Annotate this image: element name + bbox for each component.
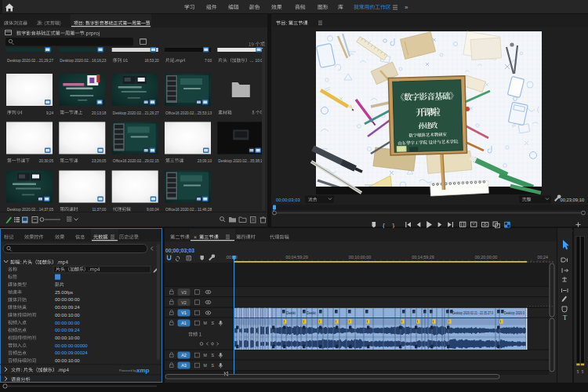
svg-text:23;09;10: 23;09;10 bbox=[198, 159, 212, 163]
svg-text:×: × bbox=[194, 234, 197, 240]
svg-text:Desktop 2020.0: Desktop 2020.0 bbox=[504, 311, 524, 315]
svg-text:A1: A1 bbox=[181, 321, 187, 325]
svg-text:00:00:00:00: 00:00:00:00 bbox=[55, 321, 80, 325]
svg-text:00;04;59;29: 00;04;59;29 bbox=[285, 255, 307, 260]
svg-text:00:00:09:24: 00:00:09:24 bbox=[55, 305, 80, 310]
svg-text:21;29;27: 21;29;27 bbox=[144, 111, 159, 115]
svg-text:00;23;09;10: 00;23;09;10 bbox=[561, 198, 585, 202]
svg-text:00;00;03;03: 00;00;03;03 bbox=[276, 198, 300, 202]
svg-text:00:00:09:00024: 00:00:09:00024 bbox=[55, 350, 88, 355]
svg-text:Desktop 2020.02...: Desktop 2020.02... bbox=[7, 59, 38, 63]
svg-text:T: T bbox=[563, 314, 568, 321]
svg-text:Desktop 2020.02.21 - 22.35.27.: Desktop 2020.02.21 - 22.35.27.0 bbox=[452, 311, 493, 315]
svg-text:00;14;59;29: 00;14;59;29 bbox=[412, 255, 434, 260]
svg-text:11;46;28: 11;46;28 bbox=[198, 208, 212, 212]
svg-text:00:00:09:24: 00:00:09:24 bbox=[55, 328, 80, 332]
svg-text:xmp: xmp bbox=[136, 367, 150, 374]
svg-text:29;02;15: 29;02;15 bbox=[144, 159, 159, 163]
svg-text:00:00:00:00: 00:00:00:00 bbox=[55, 297, 80, 302]
svg-text:00;00;03;03: 00;00;03;03 bbox=[165, 248, 194, 254]
svg-text:A3: A3 bbox=[181, 363, 187, 368]
svg-text:S: S bbox=[212, 363, 215, 368]
svg-text:Deskt: Deskt bbox=[286, 311, 296, 315]
svg-text:S: S bbox=[212, 321, 215, 325]
svg-text:11;37;00: 11;37;00 bbox=[92, 208, 106, 212]
svg-text:{: { bbox=[383, 222, 385, 229]
svg-text:M: M bbox=[204, 321, 207, 325]
svg-text:9;00;04: 9;00;04 bbox=[147, 208, 159, 212]
svg-text:M: M bbox=[204, 363, 207, 368]
svg-text:Office16 2020.02...: Office16 2020.02... bbox=[165, 208, 197, 212]
svg-text:Desktop 2020.02...: Desktop 2020.02... bbox=[218, 159, 249, 163]
svg-text:Desktop 2020.02...: Desktop 2020.02... bbox=[7, 208, 38, 212]
svg-text:00;10;00;00: 00;10;00;00 bbox=[349, 255, 371, 260]
svg-text:}: } bbox=[393, 222, 395, 229]
svg-text:5: 5 bbox=[577, 370, 579, 374]
svg-text:V1: V1 bbox=[181, 310, 187, 315]
svg-text:16;16;23: 16;16;23 bbox=[92, 59, 107, 63]
svg-text:Deskt: Deskt bbox=[307, 311, 316, 315]
svg-text:00:00:10:00: 00:00:10:00 bbox=[55, 313, 80, 318]
svg-text:7:00: 7:00 bbox=[205, 59, 212, 63]
svg-text:00:00:10:00: 00:00:10:00 bbox=[55, 358, 80, 363]
svg-text:V3: V3 bbox=[181, 290, 187, 295]
svg-text:»: » bbox=[405, 4, 408, 11]
svg-text:S: S bbox=[212, 353, 215, 358]
svg-text:V2: V2 bbox=[181, 300, 187, 305]
svg-text:16;53;20: 16;53;20 bbox=[144, 59, 159, 63]
svg-text:00;20;00;00: 00;20;00;00 bbox=[475, 255, 497, 260]
svg-text:00;24: 00;24 bbox=[538, 255, 549, 260]
svg-text:A2: A2 bbox=[181, 353, 187, 358]
svg-text:23;26;05: 23;26;05 bbox=[92, 159, 107, 163]
svg-text:Powered by: Powered by bbox=[119, 368, 137, 372]
svg-text:25.00fps: 25.00fps bbox=[55, 290, 73, 295]
svg-text:Office16 2020.02...: Office16 2020.02... bbox=[113, 159, 144, 163]
svg-text:Desktop 2020.02...: Desktop 2020.02... bbox=[60, 59, 91, 63]
svg-text:5: 5 bbox=[582, 370, 584, 374]
svg-text:00:00:10:00: 00:00:10:00 bbox=[55, 336, 80, 340]
svg-text:20;13;18: 20;13;18 bbox=[92, 111, 107, 115]
svg-text:14;37;05: 14;37;05 bbox=[39, 208, 54, 212]
svg-text:Desktop 2020.02...: Desktop 2020.02... bbox=[113, 111, 144, 115]
svg-text:25;53;13: 25;53;13 bbox=[198, 111, 212, 115]
svg-text:00:00:00:00000: 00:00:00:00000 bbox=[55, 343, 88, 348]
svg-text:20;30;05: 20;30;05 bbox=[39, 159, 54, 163]
svg-text:21;29;27: 21;29;27 bbox=[39, 59, 54, 63]
svg-text:9;24: 9;24 bbox=[46, 111, 54, 115]
svg-text:Office16 2020.02...: Office16 2020.02... bbox=[165, 111, 197, 115]
svg-text:M: M bbox=[204, 353, 207, 358]
